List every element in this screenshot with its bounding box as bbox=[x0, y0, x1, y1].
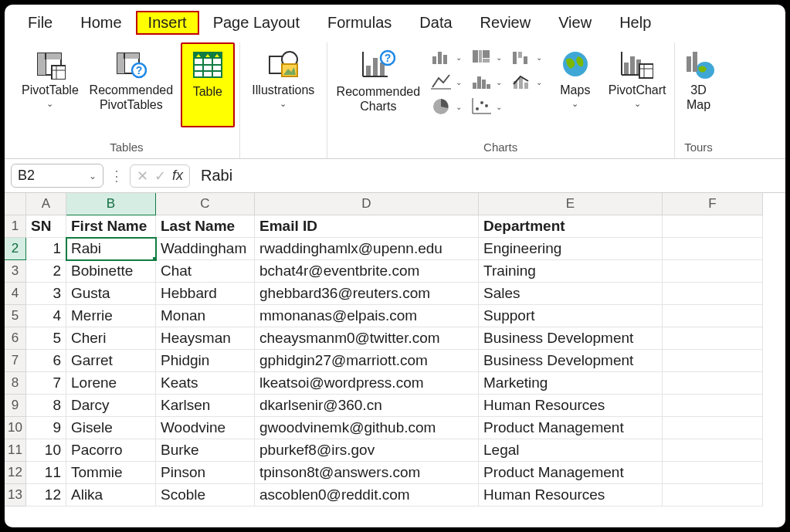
cell-B5[interactable]: Merrie bbox=[66, 305, 156, 327]
tab-review[interactable]: Review bbox=[466, 11, 545, 35]
cell-F3[interactable] bbox=[663, 260, 763, 283]
tab-formulas[interactable]: Formulas bbox=[314, 11, 405, 35]
tab-file[interactable]: File bbox=[14, 11, 66, 35]
row-header-12[interactable]: 12 bbox=[5, 462, 26, 484]
row-header-3[interactable]: 3 bbox=[5, 260, 26, 283]
cell-A1[interactable]: SN bbox=[26, 215, 66, 238]
cell-C10[interactable]: Woodvine bbox=[156, 417, 255, 439]
cell-B1[interactable]: First Name bbox=[66, 215, 156, 238]
cell-F7[interactable] bbox=[663, 350, 763, 372]
recommended-pivottables-button[interactable]: ? Recommended PivotTables bbox=[85, 42, 178, 120]
col-header-D[interactable]: D bbox=[255, 193, 479, 215]
cell-E9[interactable]: Human Resources bbox=[479, 395, 663, 417]
col-header-C[interactable]: C bbox=[156, 193, 255, 215]
cell-D5[interactable]: mmonanas@elpais.com bbox=[255, 305, 479, 327]
cell-C5[interactable]: Monan bbox=[156, 305, 255, 327]
cell-D7[interactable]: gphidgin27@marriott.com bbox=[255, 350, 479, 372]
combo-chart-button[interactable]: ⌄ bbox=[510, 70, 544, 93]
cell-B2[interactable]: Rabi bbox=[66, 238, 156, 260]
cell-E11[interactable]: Legal bbox=[479, 439, 663, 462]
table-button[interactable]: Table bbox=[181, 42, 235, 127]
pivotchart-button[interactable]: PivotChart⌄ bbox=[605, 42, 670, 120]
cell-A5[interactable]: 4 bbox=[26, 305, 66, 327]
cell-B4[interactable]: Gusta bbox=[66, 283, 156, 305]
cell-C1[interactable]: Last Name bbox=[156, 215, 255, 238]
cell-B9[interactable]: Darcy bbox=[66, 395, 156, 417]
cell-A2[interactable]: 1 bbox=[26, 238, 66, 260]
cell-D12[interactable]: tpinson8t@answers.com bbox=[255, 462, 479, 484]
cell-E2[interactable]: Engineering bbox=[479, 238, 663, 260]
maps-button[interactable]: Maps⌄ bbox=[548, 42, 602, 120]
cell-B11[interactable]: Pacorro bbox=[66, 439, 156, 462]
cell-F4[interactable] bbox=[663, 283, 763, 305]
cell-F9[interactable] bbox=[663, 395, 763, 417]
col-header-F[interactable]: F bbox=[663, 193, 763, 215]
cell-E4[interactable]: Sales bbox=[479, 283, 663, 305]
waterfall-chart-button[interactable]: ⌄ bbox=[510, 46, 544, 69]
cell-E13[interactable]: Human Resources bbox=[479, 484, 663, 507]
cell-D2[interactable]: rwaddinghamlx@upenn.edu bbox=[255, 238, 479, 260]
tab-page-layout[interactable]: Page Layout bbox=[199, 11, 314, 35]
scatter-chart-button[interactable]: ⌄ bbox=[470, 95, 503, 118]
cell-A13[interactable]: 12 bbox=[26, 484, 66, 507]
row-header-13[interactable]: 13 bbox=[5, 484, 26, 507]
cancel-icon[interactable]: ✕ bbox=[137, 168, 148, 185]
pie-chart-button[interactable]: ⌄ bbox=[429, 95, 463, 118]
column-chart-button[interactable]: ⌄ bbox=[429, 46, 463, 69]
cell-D6[interactable]: cheaysmanm0@twitter.com bbox=[255, 327, 479, 350]
cell-C4[interactable]: Hebbard bbox=[156, 283, 255, 305]
fx-icon[interactable]: fx bbox=[172, 168, 183, 184]
cell-C12[interactable]: Pinson bbox=[156, 462, 255, 484]
cell-D1[interactable]: Email ID bbox=[255, 215, 479, 238]
cell-F13[interactable] bbox=[663, 484, 763, 507]
tab-home[interactable]: Home bbox=[66, 11, 135, 35]
cell-F8[interactable] bbox=[663, 372, 763, 395]
cell-A12[interactable]: 11 bbox=[26, 462, 66, 484]
cell-F12[interactable] bbox=[663, 462, 763, 484]
cell-E5[interactable]: Support bbox=[479, 305, 663, 327]
row-header-10[interactable]: 10 bbox=[5, 417, 26, 439]
cell-D11[interactable]: pburkef8@irs.gov bbox=[255, 439, 479, 462]
enter-icon[interactable]: ✓ bbox=[154, 168, 166, 185]
cell-D9[interactable]: dkarlsenir@360.cn bbox=[255, 395, 479, 417]
name-box[interactable]: B2 ⌄ bbox=[11, 164, 103, 188]
line-chart-button[interactable]: ⌄ bbox=[429, 70, 463, 93]
cell-F2[interactable] bbox=[663, 238, 763, 260]
cell-D10[interactable]: gwoodvinemk@github.com bbox=[255, 417, 479, 439]
row-header-8[interactable]: 8 bbox=[5, 372, 26, 395]
cell-F6[interactable] bbox=[663, 327, 763, 350]
cell-E8[interactable]: Marketing bbox=[479, 372, 663, 395]
cell-C6[interactable]: Heaysman bbox=[156, 327, 255, 350]
cell-C9[interactable]: Karlsen bbox=[156, 395, 255, 417]
cell-A4[interactable]: 3 bbox=[26, 283, 66, 305]
cell-B7[interactable]: Garret bbox=[66, 350, 156, 372]
tab-data[interactable]: Data bbox=[405, 11, 466, 35]
cell-E10[interactable]: Product Management bbox=[479, 417, 663, 439]
cell-A3[interactable]: 2 bbox=[26, 260, 66, 283]
cell-D3[interactable]: bchat4r@eventbrite.com bbox=[255, 260, 479, 283]
cell-C3[interactable]: Chat bbox=[156, 260, 255, 283]
cell-B13[interactable]: Alika bbox=[66, 484, 156, 507]
cell-B6[interactable]: Cheri bbox=[66, 327, 156, 350]
3d-map-button[interactable]: 3D Map bbox=[680, 42, 718, 120]
cell-B12[interactable]: Tommie bbox=[66, 462, 156, 484]
row-header-1[interactable]: 1 bbox=[5, 215, 26, 238]
tab-view[interactable]: View bbox=[544, 11, 605, 35]
tab-insert[interactable]: Insert bbox=[136, 11, 199, 35]
illustrations-button[interactable]: Illustrations⌄ bbox=[245, 42, 322, 120]
row-header-6[interactable]: 6 bbox=[5, 327, 26, 350]
cell-C7[interactable]: Phidgin bbox=[156, 350, 255, 372]
row-header-11[interactable]: 11 bbox=[5, 439, 26, 462]
cell-C13[interactable]: Scoble bbox=[156, 484, 255, 507]
tab-help[interactable]: Help bbox=[605, 11, 665, 35]
hierarchy-chart-button[interactable]: ⌄ bbox=[470, 46, 503, 69]
col-header-E[interactable]: E bbox=[479, 193, 663, 215]
cell-F1[interactable] bbox=[663, 215, 763, 238]
cell-D13[interactable]: ascoblen0@reddit.com bbox=[255, 484, 479, 507]
cell-F11[interactable] bbox=[663, 439, 763, 462]
row-header-5[interactable]: 5 bbox=[5, 305, 26, 327]
cell-B3[interactable]: Bobinette bbox=[66, 260, 156, 283]
cell-C2[interactable]: Waddingham bbox=[156, 238, 255, 260]
row-header-7[interactable]: 7 bbox=[5, 350, 26, 372]
cell-F10[interactable] bbox=[663, 417, 763, 439]
